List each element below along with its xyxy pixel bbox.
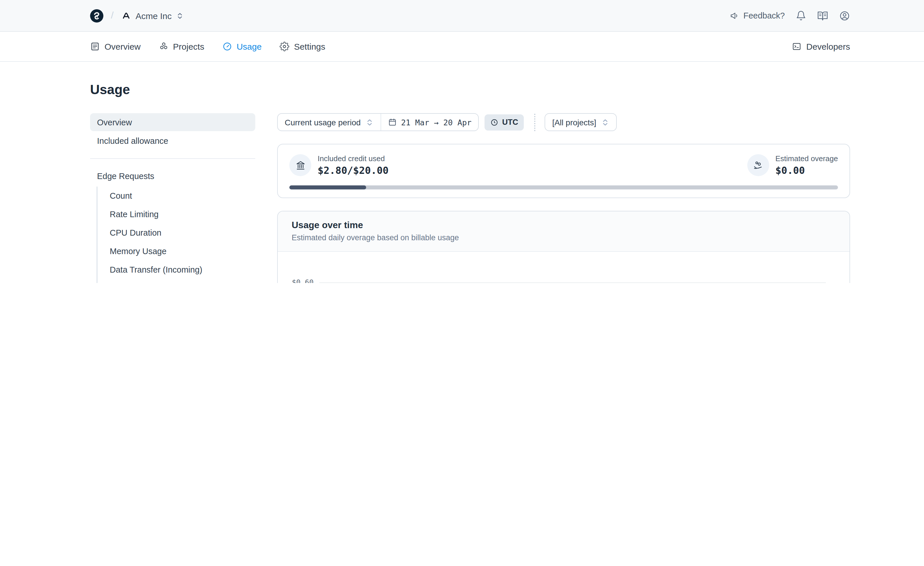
tab-usage[interactable]: Usage — [222, 42, 262, 51]
clock-icon — [490, 118, 499, 126]
projects-select[interactable]: [All projects] — [544, 113, 617, 131]
projects-value: [All projects] — [552, 117, 596, 127]
sidebar-item-overview[interactable]: Overview — [90, 113, 255, 131]
sidebar-group-edge-requests: Edge Requests — [90, 167, 255, 185]
tab-settings[interactable]: Settings — [279, 42, 325, 51]
y-axis-label: $0.60 — [278, 278, 314, 283]
tab-projects[interactable]: Projects — [159, 42, 204, 51]
credit-summary-card: Included credit used $2.80/$20.00 — [277, 144, 850, 198]
usage-dashboard: / Acme Inc Feedback? — [0, 0, 924, 283]
user-circle-icon — [839, 10, 850, 21]
overage-value: $0.00 — [775, 165, 838, 176]
sidebar-item-cpu-duration[interactable]: CPU Duration — [110, 224, 255, 242]
tab-label: Usage — [237, 42, 262, 51]
bank-icon — [290, 154, 311, 176]
sidebar-item-included-allowance[interactable]: Included allowance — [90, 132, 255, 150]
tab-label: Overview — [105, 42, 141, 51]
calendar-icon — [388, 118, 396, 126]
chevron-updown-icon — [176, 12, 184, 20]
feedback-label: Feedback? — [744, 11, 785, 20]
sidebar-item-memory-usage[interactable]: Memory Usage — [110, 242, 255, 260]
date-range-button[interactable]: 21 Mar → 20 Apr — [380, 114, 478, 131]
timezone-badge[interactable]: UTC — [485, 114, 524, 130]
sidebar-item-count[interactable]: Count — [110, 186, 255, 205]
account-button[interactable] — [839, 10, 850, 21]
sidebar-divider — [90, 158, 255, 159]
developers-link[interactable]: Developers — [792, 42, 850, 51]
period-label: Current usage period — [285, 117, 361, 127]
timezone-label: UTC — [502, 118, 518, 126]
credit-progress-fill — [290, 185, 366, 189]
date-range-value: 21 Mar → 20 Apr — [401, 117, 471, 127]
credit-used-label: Included credit used — [318, 154, 388, 163]
sidebar-item-data-transfer-incoming[interactable]: Data Transfer (Incoming) — [110, 260, 255, 279]
gear-icon — [279, 42, 290, 51]
chart-plot: $0.00$0.20$0.40$0.60Mar 21Mar 23Mar 25Ma… — [278, 252, 849, 283]
overage-label: Estimated overage — [775, 154, 838, 163]
page-title: Usage — [90, 82, 850, 98]
filter-separator — [534, 114, 536, 131]
chevron-updown-icon — [365, 118, 374, 126]
period-select[interactable]: Current usage period — [278, 114, 380, 131]
usage-sidebar: OverviewIncluded allowance Edge Requests… — [90, 113, 255, 283]
notifications-button[interactable] — [796, 11, 806, 21]
sidebar-item-data-transfer-outgoing[interactable]: Data Transfer (Outgoing) — [110, 279, 255, 283]
credit-progress-bar — [290, 185, 838, 189]
megaphone-icon — [730, 11, 740, 20]
breadcrumb-separator: / — [111, 10, 114, 21]
book-open-icon — [817, 10, 828, 21]
sidebar-item-rate-limiting[interactable]: Rate Limiting — [110, 205, 255, 224]
credit-used-value: $2.80/$20.00 — [318, 165, 388, 176]
document-icon — [90, 42, 100, 51]
org-switcher[interactable]: Acme Inc — [121, 11, 184, 21]
feedback-button[interactable]: Feedback? — [730, 11, 785, 20]
main-nav: Overview Projects Usage — [0, 32, 924, 62]
period-control: Current usage period 21 Mar → 20 — [277, 113, 479, 131]
filter-bar: Current usage period 21 Mar → 20 — [277, 113, 850, 131]
docs-button[interactable] — [817, 10, 828, 21]
usage-main: Current usage period 21 Mar → 20 — [277, 113, 850, 283]
usage-over-time-card: Usage over time Estimated daily overage … — [277, 211, 850, 283]
acme-logo-icon — [121, 11, 131, 21]
tab-label: Settings — [294, 42, 325, 51]
tab-label: Projects — [173, 42, 204, 51]
chart-title: Usage over time — [292, 220, 836, 230]
hand-coins-icon — [747, 154, 769, 176]
gauge-icon — [222, 42, 232, 51]
tab-overview[interactable]: Overview — [90, 42, 141, 51]
sidebar-sub-list: CountRate LimitingCPU DurationMemory Usa… — [96, 186, 255, 283]
chart-subtitle: Estimated daily overage based on billabl… — [292, 233, 836, 242]
platform-logo-icon[interactable] — [90, 9, 104, 22]
cluster-icon — [159, 42, 168, 51]
chevron-updown-icon — [602, 118, 609, 126]
bell-icon — [796, 11, 806, 21]
terminal-icon — [792, 42, 802, 51]
org-name: Acme Inc — [135, 11, 171, 21]
gridline — [320, 282, 826, 283]
sidebar-top-list: OverviewIncluded allowance — [90, 113, 255, 150]
topbar: / Acme Inc Feedback? — [0, 0, 924, 32]
developers-label: Developers — [806, 42, 850, 51]
chart-card-header: Usage over time Estimated daily overage … — [278, 212, 849, 252]
